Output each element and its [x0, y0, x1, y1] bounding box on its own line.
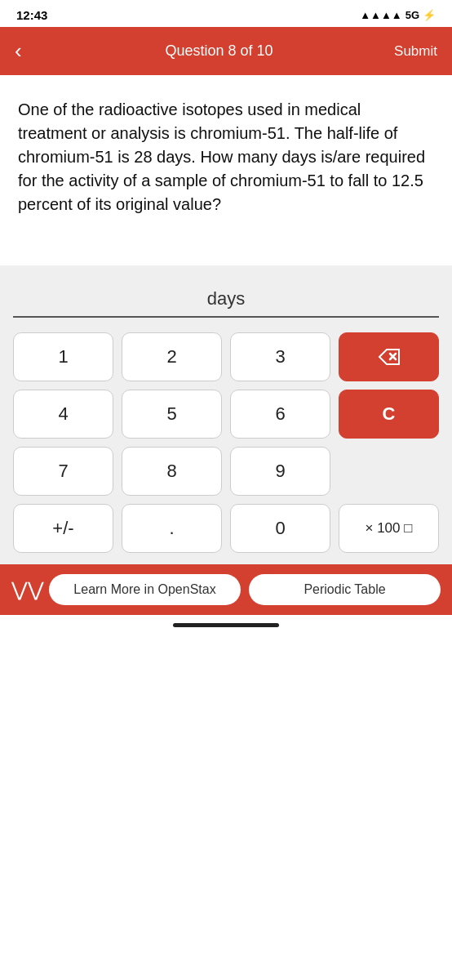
status-time: 12:43	[16, 8, 47, 22]
key-2[interactable]: 2	[122, 332, 222, 381]
key-0[interactable]: 0	[230, 504, 330, 553]
learn-more-button[interactable]: Learn More in OpenStax	[49, 574, 241, 605]
bottom-bar: ⋁⋁ Learn More in OpenStax Periodic Table	[0, 564, 452, 615]
backspace-icon	[378, 348, 401, 366]
backspace-button[interactable]	[339, 332, 439, 381]
key-3[interactable]: 3	[230, 332, 330, 381]
key-decimal[interactable]: .	[122, 504, 222, 553]
key-9[interactable]: 9	[230, 447, 330, 496]
network-label: 5G	[405, 9, 419, 21]
question-progress: Question 8 of 10	[165, 42, 273, 60]
key-plusminus[interactable]: +/-	[13, 504, 113, 553]
clear-button[interactable]: C	[339, 390, 439, 439]
key-6[interactable]: 6	[230, 390, 330, 439]
keypad: 1 2 3 4 5 6 C 7 8 9 +/- . 0 × 100 □	[13, 332, 439, 564]
home-bar	[173, 623, 279, 627]
key-7[interactable]: 7	[13, 447, 113, 496]
home-indicator	[0, 615, 452, 632]
answer-unit-label: days	[207, 288, 245, 309]
battery-icon: ⚡	[423, 9, 436, 21]
key-1[interactable]: 1	[13, 332, 113, 381]
status-bar: 12:43 ▲▲▲▲ 5G ⚡	[0, 0, 452, 27]
key-5[interactable]: 5	[122, 390, 222, 439]
submit-button[interactable]: Submit	[394, 43, 437, 60]
signal-icon: ▲▲▲▲	[360, 9, 401, 21]
key-8[interactable]: 8	[122, 447, 222, 496]
question-area: One of the radioactive isotopes used in …	[0, 75, 452, 216]
answer-display: days	[13, 280, 439, 318]
key-4[interactable]: 4	[13, 390, 113, 439]
status-icons: ▲▲▲▲ 5G ⚡	[360, 9, 436, 21]
back-button[interactable]: ‹	[15, 38, 44, 64]
key-multiply100[interactable]: × 100 □	[339, 504, 439, 553]
scroll-down-icon[interactable]: ⋁⋁	[11, 578, 41, 601]
app-header: ‹ Question 8 of 10 Submit	[0, 27, 452, 75]
question-text: One of the radioactive isotopes used in …	[18, 98, 434, 216]
periodic-table-button[interactable]: Periodic Table	[249, 574, 441, 605]
calculator-section: days 1 2 3 4 5 6 C 7 8 9 +/- . 0 × 100 □	[0, 265, 452, 564]
